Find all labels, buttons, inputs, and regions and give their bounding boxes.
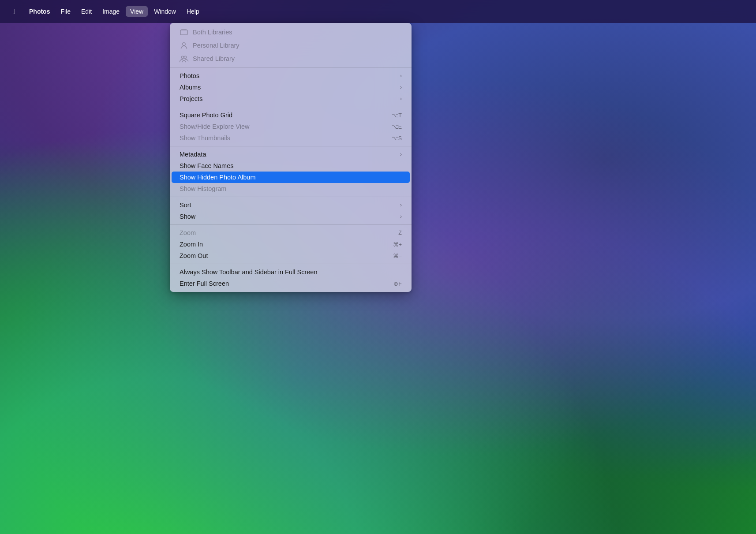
both-libraries-label: Both Libraries	[193, 29, 232, 36]
menu-item-enter-full-screen[interactable]: Enter Full Screen ⊕F	[172, 278, 410, 289]
svg-point-2	[183, 42, 185, 45]
people-icon	[180, 54, 188, 63]
menubar-item-window[interactable]: Window	[150, 6, 180, 17]
svg-point-3	[181, 56, 184, 59]
chevron-right-icon: ›	[400, 84, 402, 90]
menu-item-both-libraries[interactable]: Both Libraries	[172, 26, 410, 39]
show-face-names-label: Show Face Names	[180, 162, 234, 169]
apple-logo-icon: 	[13, 7, 16, 16]
photos-label: Photos	[180, 72, 199, 79]
show-histogram-label: Show Histogram	[180, 185, 226, 192]
view-dropdown-menu: Both Libraries Personal Library	[170, 23, 412, 292]
square-photo-grid-label: Square Photo Grid	[180, 112, 232, 119]
square-grid-shortcut: ⌥T	[392, 112, 402, 119]
menubar-item-file[interactable]: File	[56, 6, 75, 17]
show-hidden-photo-album-label: Show Hidden Photo Album	[180, 174, 256, 181]
menu-item-zoom-out[interactable]: Zoom Out ⌘−	[172, 250, 410, 261]
personal-library-label: Personal Library	[193, 42, 240, 49]
menubar-item-view[interactable]: View	[126, 6, 148, 17]
separator-4	[170, 197, 412, 197]
apple-menu[interactable]: 	[7, 0, 21, 23]
full-screen-shortcut: ⊕F	[393, 280, 402, 287]
show-label: Show	[180, 213, 195, 220]
chevron-right-icon: ›	[400, 151, 402, 157]
show-hide-explore-label: Show/Hide Explore View	[180, 123, 250, 130]
zoom-label: Zoom	[180, 229, 196, 236]
zoom-shortcut: Z	[398, 230, 402, 236]
always-show-toolbar-label: Always Show Toolbar and Sidebar in Full …	[180, 269, 317, 276]
metadata-label: Metadata	[180, 151, 206, 158]
menu-item-personal-library[interactable]: Personal Library	[172, 39, 410, 52]
separator-2	[170, 107, 412, 107]
menu-item-sort[interactable]: Sort ›	[172, 199, 410, 211]
enter-full-screen-label: Enter Full Screen	[180, 280, 229, 287]
projects-label: Projects	[180, 95, 202, 102]
person-icon	[180, 41, 188, 50]
menu-item-metadata[interactable]: Metadata ›	[172, 149, 410, 160]
menu-item-zoom-in[interactable]: Zoom In ⌘+	[172, 239, 410, 250]
svg-rect-1	[181, 29, 187, 30]
menu-item-show-hidden-photo-album[interactable]: Show Hidden Photo Album	[172, 172, 410, 183]
zoom-out-label: Zoom Out	[180, 252, 208, 259]
menubar:  Photos File Edit Image View Window Hel…	[0, 0, 756, 23]
menu-item-shared-library[interactable]: Shared Library	[172, 52, 410, 65]
menu-item-show-histogram[interactable]: Show Histogram	[172, 183, 410, 194]
explore-shortcut: ⌥E	[392, 123, 402, 130]
menu-item-photos[interactable]: Photos ›	[172, 70, 410, 82]
zoom-out-shortcut: ⌘−	[393, 253, 402, 259]
menubar-item-photos[interactable]: Photos	[25, 6, 54, 17]
menu-item-show-face-names[interactable]: Show Face Names	[172, 160, 410, 172]
menubar-item-edit[interactable]: Edit	[77, 6, 96, 17]
menu-item-show[interactable]: Show ›	[172, 211, 410, 222]
menu-item-show-hide-explore[interactable]: Show/Hide Explore View ⌥E	[172, 121, 410, 132]
zoom-in-shortcut: ⌘+	[393, 241, 402, 248]
menu-item-zoom[interactable]: Zoom Z	[172, 227, 410, 239]
menubar-item-help[interactable]: Help	[182, 6, 204, 17]
menu-item-square-photo-grid[interactable]: Square Photo Grid ⌥T	[172, 109, 410, 121]
chevron-right-icon: ›	[400, 73, 402, 79]
menubar-item-image[interactable]: Image	[98, 6, 124, 17]
svg-rect-0	[180, 30, 187, 35]
sort-label: Sort	[180, 202, 191, 209]
separator-3	[170, 146, 412, 146]
shared-library-label: Shared Library	[193, 55, 235, 62]
photo-stack-icon	[180, 28, 188, 37]
albums-label: Albums	[180, 84, 201, 91]
menu-item-projects[interactable]: Projects ›	[172, 93, 410, 105]
separator-6	[170, 264, 412, 264]
separator-5	[170, 224, 412, 225]
show-thumbnails-label: Show Thumbnails	[180, 134, 230, 142]
chevron-right-icon: ›	[400, 213, 402, 220]
menu-item-show-thumbnails[interactable]: Show Thumbnails ⌥S	[172, 132, 410, 144]
svg-point-4	[184, 56, 187, 59]
menu-item-albums[interactable]: Albums ›	[172, 82, 410, 93]
menu-item-always-show-toolbar[interactable]: Always Show Toolbar and Sidebar in Full …	[172, 266, 410, 278]
thumbnails-shortcut: ⌥S	[392, 135, 402, 142]
chevron-right-icon: ›	[400, 96, 402, 102]
zoom-in-label: Zoom In	[180, 241, 203, 248]
separator-1	[170, 67, 412, 68]
chevron-right-icon: ›	[400, 202, 402, 208]
